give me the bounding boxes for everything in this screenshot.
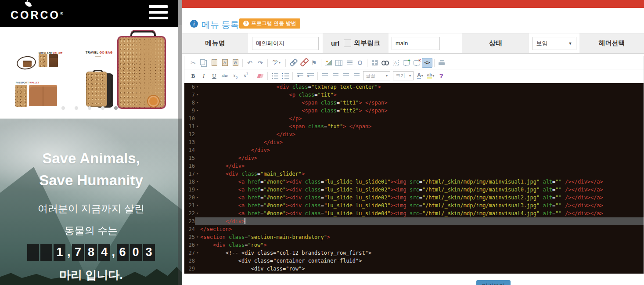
external-link-checkbox[interactable] (344, 40, 351, 47)
status-cell: 보임▼ (529, 33, 579, 53)
unlink-icon[interactable] (298, 58, 309, 68)
unordered-list-icon[interactable] (280, 71, 291, 81)
cut-icon[interactable]: ✂ (188, 58, 198, 68)
brand-logo[interactable]: CORCO® (11, 9, 63, 22)
necklace-pouch-image (23, 61, 32, 67)
maximize-icon[interactable] (369, 58, 380, 68)
paste-from-word-icon[interactable] (230, 58, 241, 68)
html-source-editor: ✂ ↶ ↷ ABC✓▾ ⚑ Ω A (184, 56, 644, 274)
counter-digit: 0 (130, 244, 142, 261)
carousel-dot-1[interactable] (61, 106, 65, 110)
carousel-dot-4[interactable] (101, 106, 104, 110)
horizontal-rule-icon[interactable] (344, 58, 355, 68)
redo-icon[interactable]: ↷ (255, 58, 266, 68)
outdent-icon[interactable] (295, 71, 305, 81)
counter-digit: 1 (54, 244, 65, 261)
carousel-dot-3[interactable] (88, 106, 91, 110)
header-select-label-cell: 헤더선택 (579, 33, 644, 53)
carousel-dot-2[interactable] (75, 106, 78, 110)
paste-icon[interactable] (209, 58, 219, 68)
add-tag-icon[interactable] (401, 58, 411, 68)
travel-go-bag-label: TRAVEL GO BAG (86, 51, 113, 54)
link-icon[interactable] (288, 58, 298, 68)
italic-icon[interactable]: I (198, 71, 209, 81)
menu-form-row: 메뉴명 url 외부링크 상태 보임▼ 헤더선택 (182, 33, 644, 54)
size-select[interactable]: 크기▾ (393, 71, 414, 80)
ordered-list-icon[interactable] (270, 71, 280, 81)
hero-title: Save Animals, Save Humanity (0, 148, 182, 191)
animal-counter: 1 , 7 8 4 , 6 0 3 (0, 243, 182, 261)
undo-icon[interactable]: ↶ (245, 58, 255, 68)
hero-section: Save Animals, Save Humanity 여러분이 지금까지 살린… (0, 119, 182, 285)
url-input[interactable] (392, 37, 440, 50)
menu-name-cell (248, 33, 323, 53)
info-icon: i (190, 20, 198, 28)
indent-icon[interactable] (305, 71, 316, 81)
menu-name-input[interactable] (252, 37, 319, 50)
special-character-icon[interactable]: Ω (355, 58, 365, 68)
counter-digit: 3 (143, 244, 155, 261)
subscript-icon[interactable]: x2 (230, 71, 241, 81)
table-icon[interactable] (334, 58, 344, 68)
status-select[interactable]: 보임▼ (532, 37, 576, 50)
program-link-help-button[interactable]: ? 프로그램 연동 방법 (239, 18, 300, 29)
find-replace-icon[interactable] (380, 58, 390, 68)
background-color-icon[interactable]: ab▾ (425, 71, 436, 81)
hamburger-menu-icon[interactable] (149, 5, 168, 20)
text-color-icon[interactable]: A▾ (415, 71, 425, 81)
product-carousel: NECKLACE WALLET PASSPORT WALLET TRAVEL G… (0, 27, 178, 119)
preview-scrollbar[interactable] (178, 0, 182, 285)
align-left-icon[interactable] (320, 71, 330, 81)
remove-tag-icon[interactable] (411, 58, 422, 68)
help-icon[interactable]: ? (436, 71, 446, 81)
font-select[interactable]: 글꼴▾ (363, 71, 390, 80)
underline-icon[interactable]: U (209, 71, 219, 81)
question-icon: ? (243, 21, 249, 26)
copy-icon[interactable] (198, 58, 209, 68)
small-backpack-image (86, 72, 113, 108)
hero-subtitle: 여러분이 지금까지 살린 (0, 201, 182, 216)
align-justify-icon[interactable] (351, 71, 362, 81)
align-center-icon[interactable] (330, 71, 341, 81)
counter-comma: , (67, 245, 71, 259)
anchor-icon[interactable]: ⚑ (309, 58, 319, 68)
brown-card-wallet-image (49, 54, 58, 67)
status-label-cell: 상태 (462, 33, 529, 53)
counter-digit: 8 (85, 244, 97, 261)
url-cell: url 외부링크 (323, 33, 389, 53)
cork-card-wallet-image (39, 54, 47, 67)
remove-format-icon[interactable] (255, 71, 266, 81)
leaf-logo-icon (25, 1, 32, 8)
carousel-dot-5[interactable] (114, 106, 118, 110)
counter-label: 동물의 수는 (0, 223, 182, 238)
site-preview-pane: CORCO® NECKLACE WALLET PASSPORT WALLET T… (0, 0, 182, 285)
cork-passport-wallet-image (15, 85, 27, 107)
select-all-icon[interactable]: A (390, 58, 401, 68)
preview-scrollbar-thumb[interactable] (178, 0, 182, 25)
strikethrough-icon[interactable]: abc (219, 71, 230, 81)
large-travel-bag-image (117, 33, 166, 109)
spell-check-icon[interactable]: ABC✓▾ (270, 58, 284, 68)
page-title: 메뉴 등록 (201, 19, 239, 31)
counter-comma: , (112, 245, 115, 259)
paste-as-text-icon[interactable] (219, 58, 230, 68)
source-icon[interactable]: <> (422, 58, 432, 68)
url-value-cell (389, 33, 462, 53)
align-right-icon[interactable] (341, 71, 351, 81)
menu-name-label-cell: 메뉴명 (182, 33, 248, 53)
counter-suffix: 마리 입니다. (0, 267, 182, 283)
select-caret-icon: ▼ (568, 41, 572, 46)
superscript-icon[interactable]: x2 (241, 71, 251, 81)
print-icon[interactable] (436, 58, 447, 68)
registered-mark: ® (60, 11, 63, 16)
image-icon[interactable] (323, 58, 334, 68)
bold-icon[interactable]: B (188, 71, 198, 81)
editor-toolbar-row1: ✂ ↶ ↷ ABC✓▾ ⚑ Ω A (184, 56, 644, 69)
admin-pane: i 메뉴 등록 ? 프로그램 연동 방법 메뉴명 url 외부링크 상태 보임▼… (182, 0, 644, 285)
counter-digit: 7 (72, 244, 84, 261)
source-code-area[interactable]: 6▾<div class="txtwrap text-center">7▾<p … (184, 83, 644, 274)
preview-button[interactable]: 미리보기 (476, 280, 511, 285)
counter-digit: 6 (117, 244, 129, 261)
travel-sub-caption (95, 56, 101, 57)
site-header: CORCO® (0, 0, 178, 27)
